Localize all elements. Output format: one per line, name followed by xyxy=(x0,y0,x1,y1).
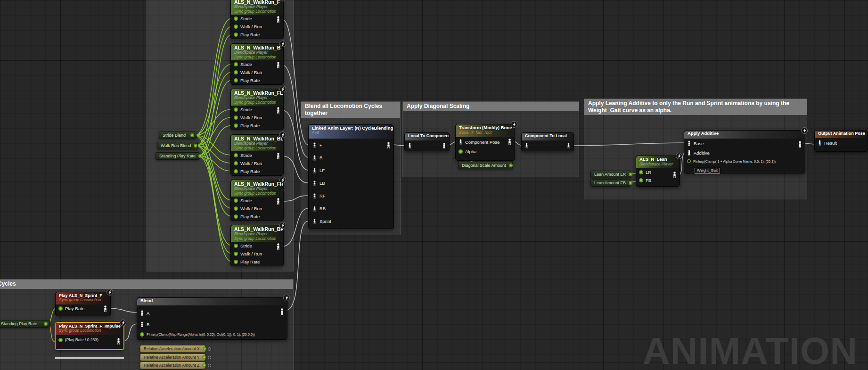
pose-pin-icon[interactable] xyxy=(140,321,144,327)
pose-output-pin[interactable] xyxy=(797,141,802,149)
float-pin-icon[interactable] xyxy=(234,16,238,21)
pose-pin-icon[interactable] xyxy=(459,139,463,145)
pose-output-pin[interactable] xyxy=(276,16,281,25)
node-als-n-walkrun-f[interactable]: ALS_N_WalkRun_F Blendspace Player Sync g… xyxy=(230,0,284,39)
pose-pin-icon[interactable] xyxy=(312,181,317,186)
pose-pin-icon[interactable] xyxy=(312,155,317,161)
node-local-to-component[interactable]: Local To Component xyxy=(404,132,450,151)
node-als-n-lean[interactable]: ALS_N_Lean Blendspace Player LR FB xyxy=(636,156,680,187)
pose-pin-icon[interactable] xyxy=(687,140,691,146)
node-als-n-walkrun-fl[interactable]: ALS_N_WalkRun_FL Blendspace Player Sync … xyxy=(230,89,284,130)
float-pin-icon[interactable] xyxy=(639,170,643,174)
float-pin-icon[interactable] xyxy=(234,33,238,37)
float-pin-icon[interactable] xyxy=(58,306,63,311)
pose-input-pin[interactable] xyxy=(524,143,529,148)
var-stride-blend[interactable]: Stride Blend xyxy=(159,132,197,139)
pin-f[interactable]: F xyxy=(309,139,393,151)
unconnected-pin-icon[interactable] xyxy=(208,364,211,367)
unconnected-pin-icon[interactable] xyxy=(208,356,211,359)
pin-rb[interactable]: RB xyxy=(309,202,393,215)
pose-pin-icon[interactable] xyxy=(312,206,317,212)
pin-play-rate-expression[interactable]: (Play Rate / 0.233) xyxy=(56,335,123,345)
pin-base[interactable]: Base xyxy=(684,139,805,148)
var-standing-play-rate[interactable]: Standing Play Rate xyxy=(156,152,200,160)
node-als-n-walkrun-br[interactable]: ALS_N_WalkRun_BR Blendspace Player Sync … xyxy=(230,225,284,266)
node-blend[interactable]: Blend A B FInterp(Clamp(Map Range(Alpha,… xyxy=(137,297,287,340)
pose-output-pin[interactable] xyxy=(279,308,285,317)
var-walk-run-blend[interactable]: Walk Run Blend xyxy=(157,142,198,149)
pose-pin-icon[interactable] xyxy=(312,193,317,199)
pose-output-pin[interactable] xyxy=(103,305,108,314)
float-pin-icon[interactable] xyxy=(234,107,238,112)
pin-component-pose[interactable]: Component Pose xyxy=(456,137,515,147)
pin-play-rate[interactable]: Play Rate xyxy=(231,122,283,130)
float-pin-icon[interactable] xyxy=(234,78,238,82)
pin-alpha[interactable]: Alpha xyxy=(456,147,515,156)
node-apply-additive[interactable]: Apply Additive Base Additive FInterp(Cla… xyxy=(684,130,805,173)
unconnected-pin-icon[interactable] xyxy=(208,347,211,351)
float-pin-icon[interactable] xyxy=(234,115,238,120)
var-lean-amount-lr[interactable]: Lean Amount LR xyxy=(590,171,631,178)
pose-output-pin[interactable] xyxy=(672,172,677,180)
pin-sprint[interactable]: Sprint xyxy=(309,215,393,228)
float-pin-icon[interactable] xyxy=(234,260,238,264)
float-pin-icon[interactable] xyxy=(58,338,63,342)
pin-rf[interactable]: RF xyxy=(309,189,393,202)
comment-title[interactable]: Blend all Locomotion Cycles together xyxy=(301,102,400,118)
pin-play-rate[interactable]: Play Rate xyxy=(231,213,283,221)
var-lean-amount-fb[interactable]: Lean Amount FB xyxy=(590,179,631,187)
pose-output-pin[interactable] xyxy=(566,143,571,148)
var-relative-acceleration-z[interactable]: Relative Acceleration Amount Z xyxy=(140,362,205,369)
pin-lf[interactable]: LF xyxy=(309,164,393,177)
pin-lb[interactable]: LB xyxy=(309,177,393,189)
pose-output-pin[interactable] xyxy=(116,338,121,346)
node-play-als-n-sprint-f-impulse[interactable]: Play ALS_N_Sprint_F_Impulse Sync group L… xyxy=(55,322,124,350)
float-pin-icon[interactable] xyxy=(459,149,463,154)
float-pin-icon[interactable] xyxy=(234,123,238,128)
curve-name-box[interactable]: Weight_Gait xyxy=(695,168,720,174)
node-play-als-n-sprint-f[interactable]: Play ALS_N_Sprint_F Sync group Locomotio… xyxy=(55,292,111,316)
pin-alpha-expression[interactable]: FInterp(Clamp(-1 + Alpha Curve Name, 0.5… xyxy=(684,157,805,165)
pin-play-rate[interactable]: Play Rate xyxy=(231,167,283,175)
node-output-animation-pose[interactable]: Output Animation Pose Result xyxy=(814,130,868,152)
float-pin-icon[interactable] xyxy=(234,206,238,211)
pose-output-pin[interactable] xyxy=(276,62,281,70)
pose-pin-icon[interactable] xyxy=(818,140,822,146)
var-relative-acceleration-x[interactable]: Relative Acceleration Amount X xyxy=(140,345,205,353)
pin-play-rate[interactable]: Play Rate xyxy=(56,304,110,312)
float-pin-icon[interactable] xyxy=(194,144,197,148)
pin-alpha-expression[interactable]: FInterp(Clamp(Map Range(Alpha, in(0: 0.2… xyxy=(137,330,287,338)
pin-a[interactable]: A xyxy=(137,307,287,319)
pose-pins-row[interactable] xyxy=(522,140,573,151)
float-pin-icon[interactable] xyxy=(234,153,238,157)
pose-input-pin[interactable] xyxy=(408,143,412,148)
pin-play-rate[interactable]: Play Rate xyxy=(231,76,283,84)
float-pin-icon[interactable] xyxy=(629,181,632,185)
pin-result[interactable]: Result xyxy=(815,138,868,148)
float-pin-icon[interactable] xyxy=(234,252,238,256)
pin-b[interactable]: B xyxy=(137,319,287,330)
comment-title[interactable]: Apply Leaning Additive to only the Run a… xyxy=(584,99,807,115)
float-pin-icon[interactable] xyxy=(234,161,238,165)
pin-play-rate[interactable]: Play Rate xyxy=(231,258,283,266)
pose-pin-icon[interactable] xyxy=(312,142,317,148)
float-pin-icon[interactable] xyxy=(687,159,691,163)
pose-output-pin[interactable] xyxy=(276,243,281,252)
float-pin-icon[interactable] xyxy=(629,173,632,176)
var-relative-acceleration-y[interactable]: Relative Acceleration Amount Y xyxy=(140,354,205,361)
pose-pin-icon[interactable] xyxy=(140,310,144,316)
node-component-to-local[interactable]: Component To Local xyxy=(521,132,574,151)
pin-b[interactable]: B xyxy=(309,151,393,164)
float-pin-icon[interactable] xyxy=(234,244,238,248)
pose-output-pin[interactable] xyxy=(276,198,281,206)
blueprint-graph-canvas[interactable]: ANIMATION Blend all Locomotion Cycles to… xyxy=(0,0,868,370)
float-pin-icon[interactable] xyxy=(234,169,238,173)
node-als-n-walkrun-b[interactable]: ALS_N_WalkRun_B Blendspace Player Sync g… xyxy=(230,43,284,85)
pose-output-pin[interactable] xyxy=(276,107,281,115)
pose-pin-icon[interactable] xyxy=(687,150,691,156)
float-pin-icon[interactable] xyxy=(203,347,206,351)
float-pin-icon[interactable] xyxy=(509,164,513,167)
float-pin-icon[interactable] xyxy=(234,214,238,219)
pin-play-rate[interactable]: Play Rate xyxy=(231,31,283,39)
float-pin-icon[interactable] xyxy=(234,25,238,29)
